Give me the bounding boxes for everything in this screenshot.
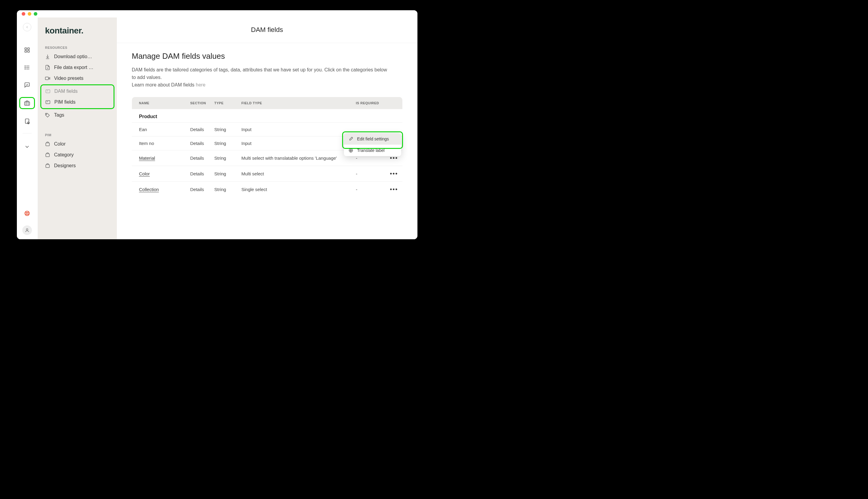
cell-type: String <box>214 171 241 176</box>
svg-rect-24 <box>46 101 50 104</box>
content-area: Manage DAM fields values DAM fields are … <box>117 43 418 206</box>
sidebar-item-label: Designers <box>54 163 76 168</box>
window-close-button[interactable] <box>22 12 25 16</box>
clipboard-check-icon <box>24 118 30 124</box>
nav-dashboard[interactable] <box>22 45 33 56</box>
sidebar-item-pim-fields[interactable]: PIM fields <box>41 97 113 108</box>
tag-icon <box>45 112 51 118</box>
download-icon <box>45 54 51 60</box>
user-icon <box>25 228 29 233</box>
svg-line-17 <box>28 211 29 212</box>
chevron-down-icon <box>24 144 30 150</box>
sidebar: kontainer. RESOURCES Download optio… Fil… <box>38 17 117 239</box>
cell-field-type: Single select <box>241 187 356 192</box>
cell-type: String <box>214 187 241 192</box>
svg-point-19 <box>26 229 28 230</box>
life-ring-icon <box>24 210 30 216</box>
popover-translate-label[interactable]: Translate label <box>344 145 401 156</box>
svg-rect-10 <box>25 102 30 106</box>
cell-section: Details <box>190 171 214 176</box>
sidebar-item-category[interactable]: Category <box>41 149 114 160</box>
nav-reports[interactable] <box>22 116 33 126</box>
svg-line-16 <box>28 214 29 215</box>
form-icon <box>45 99 51 105</box>
nav-expand[interactable] <box>22 140 33 151</box>
file-export-icon <box>45 64 51 71</box>
sidebar-section-resources: RESOURCES <box>41 42 114 51</box>
sidebar-item-label: DAM fields <box>54 88 78 94</box>
cell-section: Details <box>190 127 214 132</box>
table-row[interactable]: Collection Details String Single select … <box>132 181 402 197</box>
content-body-text: DAM fields are the tailored categories o… <box>132 67 387 80</box>
sidebar-item-label: PIM fields <box>54 99 76 105</box>
svg-rect-29 <box>46 165 49 168</box>
popover-item-label: Translate label <box>357 148 385 153</box>
row-actions-button[interactable]: ••• <box>380 186 398 193</box>
list-icon <box>24 64 30 71</box>
cell-name: Collection <box>139 187 190 192</box>
video-icon <box>45 75 51 81</box>
chat-check-icon <box>24 82 30 88</box>
cell-field-type: Input <box>241 127 356 132</box>
svg-rect-0 <box>25 48 27 50</box>
learn-more-prefix: Learn more about DAM fields <box>132 82 196 87</box>
cell-type: String <box>214 127 241 132</box>
svg-line-15 <box>25 211 26 212</box>
sidebar-item-tags[interactable]: Tags <box>41 110 114 121</box>
svg-line-18 <box>25 214 26 215</box>
nav-approvals[interactable] <box>22 80 33 90</box>
sidebar-item-label: Tags <box>54 112 64 118</box>
back-button[interactable] <box>23 23 31 31</box>
table-group-header: Product <box>132 109 402 122</box>
table-row[interactable]: Color Details String Multi select - ••• <box>132 166 402 181</box>
nav-toolbox-active[interactable] <box>19 97 35 109</box>
package-icon <box>45 141 51 147</box>
sidebar-item-label: Video presets <box>54 76 84 81</box>
sidebar-highlight-group: DAM fields PIM fields <box>40 84 114 109</box>
row-actions-popover: Edit field settings Translate label <box>344 133 401 156</box>
cell-required: - <box>356 156 380 161</box>
cell-field-type: Multi select with translatable options '… <box>241 156 356 161</box>
cell-required: - <box>356 171 380 176</box>
cell-name: Ean <box>139 127 190 132</box>
row-actions-button[interactable]: ••• <box>380 170 398 177</box>
window-minimize-button[interactable] <box>28 12 31 16</box>
sidebar-item-file-data-export[interactable]: File data export … <box>41 62 114 73</box>
svg-point-7 <box>25 66 26 66</box>
col-type: TYPE <box>214 101 241 105</box>
main-panel: DAM fields Manage DAM fields values DAM … <box>117 17 418 239</box>
svg-rect-3 <box>28 51 29 52</box>
svg-rect-22 <box>46 90 50 93</box>
app-logo: kontainer. <box>41 24 114 42</box>
nav-list[interactable] <box>22 62 33 73</box>
cell-section: Details <box>190 141 214 146</box>
sidebar-item-download-options[interactable]: Download optio… <box>41 51 114 62</box>
svg-rect-2 <box>25 51 27 52</box>
fields-table: NAME SECTION TYPE FIELD TYPE IS REQUIRED… <box>132 97 402 197</box>
cell-name: Item no <box>139 141 190 146</box>
sidebar-item-label: File data export … <box>54 65 94 70</box>
learn-more-link[interactable]: here <box>196 82 206 87</box>
cell-type: String <box>214 141 241 146</box>
svg-rect-28 <box>46 154 49 157</box>
window-maximize-button[interactable] <box>34 12 37 16</box>
sidebar-item-designers[interactable]: Designers <box>41 160 114 171</box>
sidebar-item-video-presets[interactable]: Video presets <box>41 73 114 84</box>
nav-rail <box>17 17 38 239</box>
content-description: DAM fields are the tailored categories o… <box>132 66 391 88</box>
form-icon <box>45 88 51 94</box>
svg-point-9 <box>25 69 26 69</box>
cell-section: Details <box>190 187 214 192</box>
svg-point-14 <box>26 212 28 215</box>
sidebar-item-dam-fields[interactable]: DAM fields <box>41 86 113 97</box>
package-icon <box>45 163 51 169</box>
nav-help[interactable] <box>22 208 33 219</box>
col-section: SECTION <box>190 101 214 105</box>
user-avatar[interactable] <box>22 226 32 235</box>
col-is-required: IS REQUIRED <box>356 101 380 105</box>
page-title: DAM fields <box>117 17 418 43</box>
popover-edit-field-settings[interactable]: Edit field settings <box>344 133 401 145</box>
svg-rect-20 <box>45 77 49 80</box>
window-titlebar <box>17 10 418 17</box>
sidebar-item-color[interactable]: Color <box>41 138 114 149</box>
